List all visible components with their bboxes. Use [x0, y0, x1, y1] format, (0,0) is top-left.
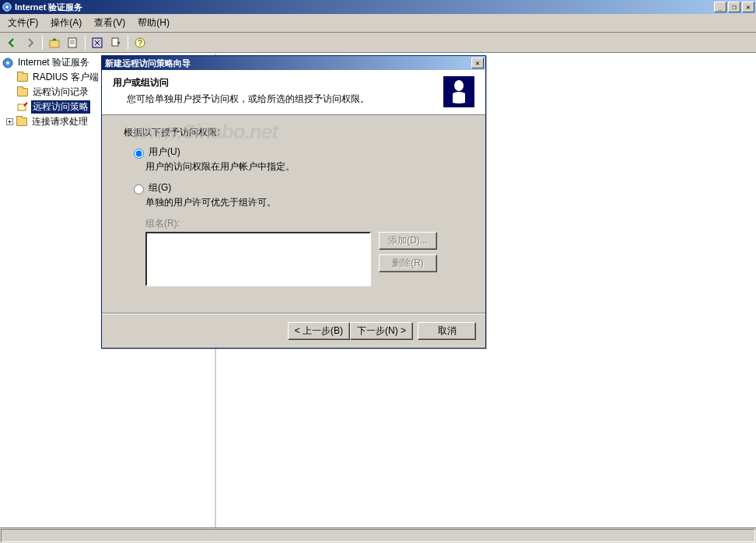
svg-rect-3 — [68, 38, 76, 47]
group-desc: 单独的用户许可优先于组许可。 — [145, 196, 464, 209]
svg-text:?: ? — [138, 39, 142, 47]
toolbar-separator — [42, 36, 43, 50]
server-icon — [2, 58, 14, 68]
maximize-button[interactable]: ❐ — [728, 2, 740, 12]
svg-point-14 — [454, 80, 464, 91]
radio-group-input[interactable] — [134, 184, 144, 194]
section-label: 根据以下授予访问权限: — [124, 126, 464, 139]
tree-root-label: Internet 验证服务 — [16, 56, 91, 69]
export-button[interactable] — [107, 34, 124, 51]
policy-icon — [16, 102, 29, 113]
menu-action[interactable]: 操作(A) — [44, 15, 88, 31]
refresh-button[interactable] — [89, 34, 106, 51]
menu-file[interactable]: 文件(F) — [2, 15, 44, 31]
close-button[interactable]: ✕ — [742, 2, 754, 12]
user-desc: 用户的访问权限在用户帐户中指定。 — [145, 160, 464, 173]
wizard-body: www.Sinabo.net 根据以下授予访问权限: 用户(U) 用户的访问权限… — [102, 115, 485, 314]
toolbar-separator — [85, 36, 86, 50]
back-button[interactable] — [3, 34, 20, 51]
wizard-dialog: 新建远程访问策略向导 ✕ 用户或组访问 您可给单独用户授予访问权，或给所选的组授… — [101, 55, 486, 349]
properties-button[interactable] — [65, 34, 82, 51]
tree-item-label: 远程访问记录 — [31, 86, 90, 99]
folder-icon — [16, 72, 29, 83]
wizard-header: 用户或组访问 您可给单独用户授予访问权，或给所选的组授予访问权限。 — [102, 70, 485, 115]
cancel-button[interactable]: 取消 — [418, 322, 476, 340]
window-title: Internet 验证服务 — [15, 2, 714, 13]
radio-user-label: 用户(U) — [149, 145, 180, 159]
radio-user-input[interactable] — [134, 149, 144, 159]
titlebar: Internet 验证服务 _ ❐ ✕ — [0, 0, 756, 14]
group-name-label: 组名(R): — [145, 217, 464, 230]
radio-group-label: 组(G) — [149, 181, 171, 194]
menubar: 文件(F) 操作(A) 查看(V) 帮助(H) — [0, 14, 756, 33]
folder-icon — [16, 87, 29, 98]
svg-rect-8 — [112, 38, 118, 46]
wizard-titlebar[interactable]: 新建远程访问策略向导 ✕ — [102, 56, 485, 70]
wizard-header-title: 用户或组访问 — [113, 76, 437, 89]
toolbar: ? — [0, 33, 756, 53]
status-cell — [1, 529, 755, 542]
wizard-close-button[interactable]: ✕ — [471, 58, 484, 68]
next-button[interactable]: 下一步(N) > — [350, 322, 413, 340]
minimize-button[interactable]: _ — [714, 2, 726, 12]
forward-button[interactable] — [22, 34, 39, 51]
tree-item-label: 连接请求处理 — [30, 115, 89, 128]
wizard-icon — [443, 76, 474, 107]
remove-button[interactable]: 删除(R) — [379, 254, 437, 272]
window-buttons: _ ❐ ✕ — [714, 2, 754, 12]
tree-item-label: RADIUS 客户端 — [31, 71, 100, 84]
app-icon — [2, 2, 12, 12]
up-button[interactable] — [46, 34, 63, 51]
radio-group[interactable]: 组(G) — [130, 181, 464, 194]
group-listbox[interactable] — [145, 232, 371, 286]
add-button[interactable]: 添加(D)... — [379, 232, 437, 250]
radio-user[interactable]: 用户(U) — [130, 145, 464, 159]
statusbar — [0, 527, 756, 543]
wizard-title: 新建远程访问策略向导 — [103, 58, 471, 69]
toolbar-separator — [128, 36, 128, 50]
svg-point-1 — [5, 5, 9, 9]
menu-help[interactable]: 帮助(H) — [131, 15, 176, 31]
help-button[interactable]: ? — [131, 34, 149, 51]
menu-view[interactable]: 查看(V) — [88, 15, 131, 31]
tree-item-label: 远程访问策略 — [31, 100, 90, 114]
back-button[interactable]: < 上一步(B) — [288, 322, 350, 340]
svg-point-12 — [6, 61, 9, 65]
svg-rect-2 — [50, 40, 59, 47]
wizard-header-desc: 您可给单独用户授予访问权，或给所选的组授予访问权限。 — [113, 93, 437, 106]
wizard-footer: < 上一步(B) 下一步(N) > 取消 — [102, 314, 485, 348]
folder-icon — [16, 117, 28, 128]
expand-icon[interactable]: + — [6, 118, 13, 125]
